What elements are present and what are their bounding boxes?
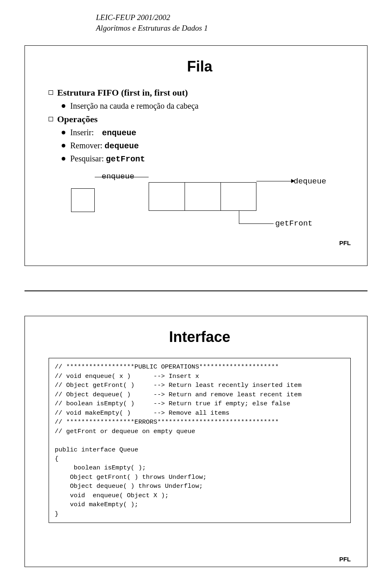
dot-bullet-icon [62,131,65,134]
op-label: Remover: [70,141,102,150]
dot-bullet-icon [62,157,65,161]
dot-bullet-icon [62,104,65,108]
diagram-label-getfront: getFront [275,219,312,228]
diagram-line [239,211,239,223]
slide-title: Fila [49,58,351,75]
arrow-right-icon [291,179,295,183]
diagram-queue-rect [149,182,256,211]
diagram-line [256,181,291,181]
document-header: LEIC-FEUP 2001/2002 Algoritmos e Estrutu… [96,12,368,33]
diagram-label-dequeue: dequeue [294,177,326,186]
slide-title: Interface [49,328,351,346]
bullet-text: Inserção na cauda e remoção da cabeça [70,101,198,111]
op-cmd: dequeue [105,141,139,151]
bullet-text: Operações [57,114,98,125]
square-bullet-icon [49,117,53,121]
op-label: Inserir: [70,128,94,137]
op-line: Inserir: enqueue [70,128,136,138]
op-pesquisar: Pesquisar: getFront [62,154,351,164]
diagram-separator [185,182,185,211]
queue-diagram: enqueue dequeue getFront [49,172,343,235]
op-remover: Remover: dequeue [62,141,351,151]
diagram-line [239,223,274,224]
op-cmd: enqueue [102,128,136,138]
bullet-text: Estrutura FIFO (first in, first out) [57,87,188,98]
slide-divider [24,290,368,291]
dot-bullet-icon [62,144,65,147]
bullet-fifo: Estrutura FIFO (first in, first out) [49,87,351,98]
diagram-label-enqueue: enqueue [102,172,134,181]
slide-interface: Interface // ******************PUBLIC OP… [24,316,368,567]
slide-tag: PFL [49,556,351,563]
header-line-1: LEIC-FEUP 2001/2002 [96,12,368,23]
op-line: Remover: dequeue [70,141,139,151]
op-label: Pesquisar: [70,154,104,163]
square-bullet-icon [49,90,53,95]
bullet-operacoes: Operações [49,114,351,125]
op-line: Pesquisar: getFront [70,154,145,164]
op-inserir: Inserir: enqueue [62,128,351,138]
sub-bullet-insercao: Inserção na cauda e remoção da cabeça [62,101,351,111]
diagram-new-item-box [71,188,95,212]
diagram-separator [220,182,221,211]
diagram-line [95,177,149,177]
header-line-2: Algoritmos e Estruturas de Dados 1 [96,23,368,34]
page-container: LEIC-FEUP 2001/2002 Algoritmos e Estrutu… [0,0,392,583]
code-block: // ******************PUBLIC OPERATIONS**… [49,358,351,523]
op-cmd: getFront [106,154,145,164]
slide-tag: PFL [49,239,351,246]
slide-fila: Fila Estrutura FIFO (first in, first out… [24,45,368,266]
